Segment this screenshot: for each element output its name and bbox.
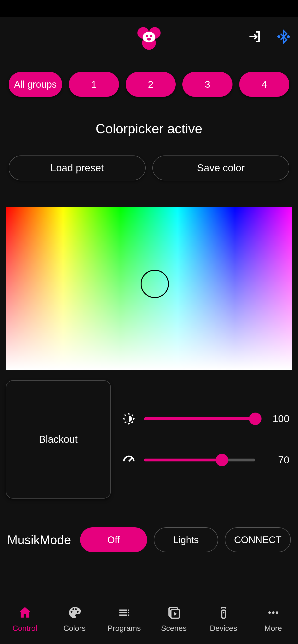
svg-point-8 [288,36,289,38]
brightness-slider[interactable] [144,417,255,420]
load-preset-button[interactable]: Load preset [9,156,146,180]
home-icon [18,605,32,620]
palette-icon [67,605,82,620]
music-mode-row: MusikMode Off Lights CONNECT [0,498,298,552]
tab-devices-label: Devices [210,624,237,633]
bottom-tab-bar: Control Colors Programs Scenes Devices M… [0,594,298,644]
group-all-button[interactable]: All groups [9,72,62,97]
group-2-button[interactable]: 2 [126,72,176,97]
tab-programs[interactable]: Programs [99,594,149,644]
svg-point-7 [278,36,280,38]
picker-cursor-icon[interactable] [140,270,169,298]
brightness-icon [121,411,136,426]
tab-control[interactable]: Control [0,594,50,644]
brightness-value: 100 [268,413,289,424]
svg-point-13 [223,612,224,614]
speed-slider-row: 70 [121,452,289,468]
music-connect-button[interactable]: CONNECT [225,527,291,552]
svg-point-15 [272,612,274,614]
blackout-button[interactable]: Blackout [6,380,111,498]
svg-point-5 [150,35,152,37]
music-lights-button[interactable]: Lights [154,527,218,552]
login-icon[interactable] [248,30,262,45]
svg-point-3 [143,32,156,42]
page-title: Colorpicker active [0,121,298,136]
app-logo-icon [136,24,162,50]
app-header [0,17,298,58]
save-color-button[interactable]: Save color [152,156,289,180]
music-mode-label: MusikMode [7,532,71,547]
svg-point-4 [146,35,148,37]
tab-colors-label: Colors [63,624,85,633]
svg-point-16 [276,612,278,614]
more-icon [266,605,281,620]
tab-devices[interactable]: Devices [199,594,248,644]
svg-rect-12 [222,610,226,618]
color-picker[interactable] [6,207,292,370]
speed-icon [121,452,136,468]
scenes-icon [167,605,181,620]
tab-programs-label: Programs [107,624,141,633]
tab-scenes[interactable]: Scenes [149,594,199,644]
speed-value: 70 [268,454,289,466]
tab-more[interactable]: More [248,594,298,644]
status-bar [0,0,298,17]
speed-slider[interactable] [144,458,255,462]
music-off-button[interactable]: Off [80,527,147,552]
tab-more-label: More [264,624,282,633]
brightness-slider-row: 100 [121,411,289,426]
group-3-button[interactable]: 3 [182,72,232,97]
bluetooth-icon[interactable] [276,30,291,45]
svg-point-14 [268,612,271,614]
tab-colors[interactable]: Colors [50,594,99,644]
tab-control-label: Control [13,624,37,633]
group-4-button[interactable]: 4 [239,72,289,97]
group-selector: All groups 1 2 3 4 [0,58,298,111]
svg-point-6 [147,38,151,40]
group-1-button[interactable]: 1 [69,72,119,97]
devices-icon [216,605,231,620]
list-icon [117,605,132,620]
tab-scenes-label: Scenes [161,624,187,633]
